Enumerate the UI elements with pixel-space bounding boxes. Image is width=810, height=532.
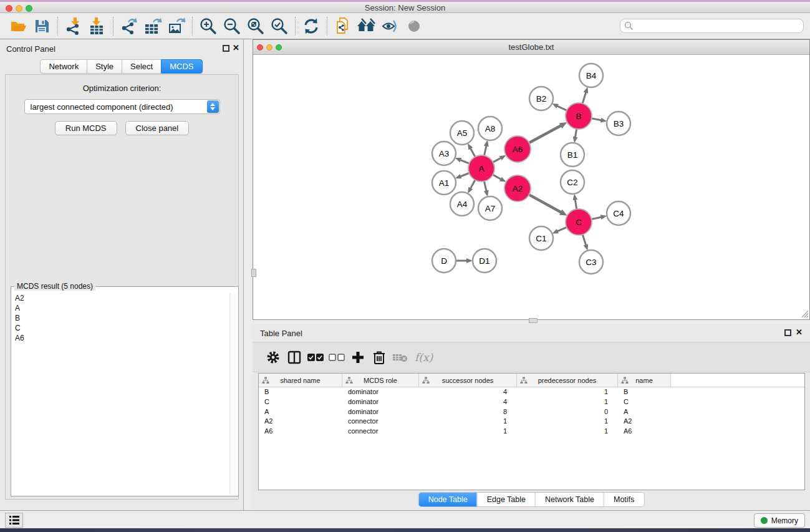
delete-column-button[interactable] — [369, 347, 390, 368]
table-cell[interactable]: 8 — [419, 407, 517, 417]
table-cell[interactable]: B — [618, 387, 671, 397]
table-cell[interactable]: 4 — [419, 397, 517, 407]
task-history-button[interactable] — [5, 513, 23, 528]
tab-edge-table[interactable]: Edge Table — [477, 493, 535, 506]
function-builder-button[interactable]: f(x) — [415, 351, 433, 364]
edge-A-A3[interactable] — [460, 160, 470, 163]
edge-A-A8[interactable] — [484, 145, 486, 155]
resize-grip-icon[interactable] — [799, 308, 809, 318]
edge-B-B4[interactable] — [582, 92, 586, 104]
table-cell[interactable]: A — [259, 407, 342, 417]
save-session-button[interactable] — [30, 15, 54, 37]
search-input[interactable] — [620, 19, 804, 33]
horizontal-splitter-handle[interactable] — [251, 269, 256, 277]
show-columns-button[interactable] — [284, 347, 305, 368]
edge-A-A2[interactable] — [493, 175, 501, 179]
create-column-button[interactable] — [347, 347, 369, 368]
column-header-predecessor-nodes[interactable]: predecessor nodes — [517, 374, 618, 387]
table-cell[interactable]: A2 — [259, 417, 342, 427]
edge-A-A4[interactable] — [470, 180, 475, 188]
tab-node-table[interactable]: Node Table — [419, 493, 477, 506]
unselect-all-columns-button[interactable] — [326, 347, 347, 368]
network-window-titlebar[interactable]: testGlobe.txt — [253, 40, 809, 55]
table-cell[interactable]: dominator — [342, 387, 419, 397]
table-cell[interactable]: connector — [342, 417, 419, 427]
table-cell[interactable]: 1 — [517, 397, 618, 407]
column-header-MCDS-role[interactable]: MCDS role — [342, 374, 419, 387]
export-network-button[interactable] — [117, 15, 141, 37]
table-cell[interactable]: C — [259, 397, 342, 407]
open-file-button[interactable] — [6, 15, 30, 37]
tab-network[interactable]: Network — [40, 59, 87, 74]
refresh-button[interactable] — [299, 15, 323, 37]
table-cell[interactable]: 1 — [517, 417, 618, 427]
table-cell[interactable]: dominator — [342, 397, 419, 407]
edge-B-B2[interactable] — [557, 106, 567, 110]
close-panel-button[interactable]: Close panel — [125, 121, 190, 135]
import-table-button[interactable] — [85, 15, 109, 37]
table-cell[interactable]: 4 — [419, 387, 517, 397]
edge-A-A7[interactable] — [484, 181, 486, 191]
close-panel-icon[interactable]: ✕ — [233, 44, 239, 52]
table-cell[interactable]: A — [618, 407, 671, 417]
delete-table-button[interactable] — [390, 347, 411, 368]
table-row[interactable]: A2connector11A2 — [259, 417, 804, 427]
tab-select[interactable]: Select — [122, 59, 162, 74]
table-settings-button[interactable] — [263, 347, 284, 368]
tab-motifs[interactable]: Motifs — [604, 493, 644, 506]
zoom-out-button[interactable] — [220, 15, 244, 37]
table-cell[interactable]: 1 — [517, 427, 618, 437]
table-cell[interactable]: B — [259, 387, 342, 397]
table-cell[interactable]: A2 — [618, 417, 671, 427]
criterion-select[interactable]: largest connected component (directed) — [24, 99, 220, 114]
hide-details-button[interactable] — [378, 15, 402, 37]
edge-C-C3[interactable] — [582, 235, 586, 245]
edge-C-C4[interactable] — [592, 217, 602, 220]
table-cell[interactable]: A6 — [259, 427, 342, 437]
table-cell[interactable]: 1 — [517, 387, 618, 397]
edge-A-A6[interactable] — [493, 158, 501, 162]
edge-A-A5[interactable] — [470, 148, 475, 157]
list-item[interactable]: A2 — [12, 293, 229, 303]
zoom-fit-button[interactable] — [244, 15, 268, 37]
close-table-panel-icon[interactable]: ✕ — [796, 328, 803, 337]
network-canvas[interactable]: B4B2BB3A8A5A6B1A3AC2A1A2A4A7C4CC1C3DD1 — [253, 55, 809, 319]
duplicate-network-button[interactable] — [331, 15, 355, 37]
column-header-name[interactable]: name — [618, 374, 671, 387]
float-table-panel-icon[interactable] — [784, 329, 791, 336]
vertical-splitter-handle[interactable] — [529, 318, 538, 323]
column-header-shared-name[interactable]: shared name — [259, 374, 342, 387]
edge-C-C2[interactable] — [575, 200, 576, 210]
table-cell[interactable]: connector — [342, 427, 419, 437]
table-row[interactable]: Bdominator41B — [259, 387, 804, 397]
list-item[interactable]: C — [12, 323, 229, 333]
table-cell[interactable]: 1 — [419, 427, 517, 437]
table-cell[interactable]: 0 — [517, 407, 618, 417]
table-row[interactable]: A6connector11A6 — [259, 427, 804, 437]
tab-style[interactable]: Style — [87, 59, 122, 74]
edge-A-A1[interactable] — [460, 173, 469, 177]
list-item[interactable]: A6 — [12, 333, 229, 343]
edge-B-B1[interactable] — [575, 129, 576, 138]
show-details-button[interactable] — [402, 15, 426, 37]
select-all-columns-button[interactable] — [305, 347, 326, 368]
zoom-in-button[interactable] — [196, 15, 220, 37]
export-table-button[interactable] — [141, 15, 165, 37]
column-header-successor-nodes[interactable]: successor nodes — [419, 374, 517, 387]
edge-C-C1[interactable] — [557, 227, 567, 231]
table-cell[interactable]: C — [618, 397, 671, 407]
run-mcds-button[interactable]: Run MCDS — [55, 121, 117, 135]
tab-network-table[interactable]: Network Table — [535, 493, 604, 506]
edge-B-B3[interactable] — [592, 118, 602, 120]
table-cell[interactable]: 1 — [419, 417, 517, 427]
tab-mcds[interactable]: MCDS — [161, 59, 202, 74]
table-row[interactable]: Cdominator41C — [259, 397, 804, 407]
list-item[interactable]: B — [12, 313, 229, 323]
table-row[interactable]: Adominator80A — [259, 407, 804, 417]
mcds-list-scrollbar[interactable] — [229, 293, 237, 495]
memory-button[interactable]: Memory — [754, 513, 805, 528]
list-item[interactable]: A — [12, 303, 229, 313]
edge-A2-C[interactable] — [529, 195, 561, 212]
import-network-button[interactable] — [62, 15, 85, 37]
export-image-button[interactable] — [165, 15, 188, 37]
